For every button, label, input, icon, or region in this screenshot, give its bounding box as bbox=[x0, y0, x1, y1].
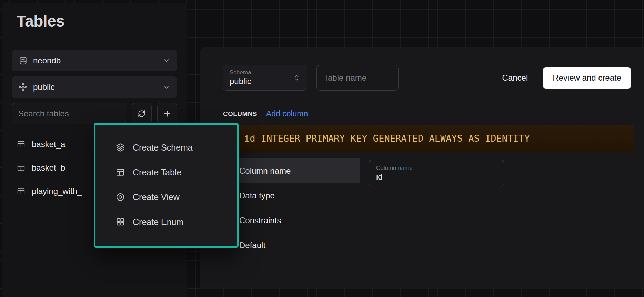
database-select[interactable]: neondb bbox=[12, 50, 177, 71]
schema-select-main-value: public bbox=[230, 76, 251, 86]
sidebar-title: Tables bbox=[2, 3, 187, 30]
menu-item-label: Create Table bbox=[133, 167, 181, 177]
add-table-button[interactable] bbox=[157, 103, 177, 124]
create-menu: Create Schema Create Table Create View C… bbox=[94, 123, 239, 248]
add-column-link[interactable]: Add column bbox=[266, 109, 308, 119]
chevron-updown-icon bbox=[293, 74, 301, 82]
table-name-input-box bbox=[316, 65, 399, 91]
menu-item-label: Create Schema bbox=[133, 143, 193, 153]
table-icon bbox=[115, 167, 125, 177]
search-tables-box bbox=[12, 103, 126, 124]
database-icon bbox=[19, 56, 28, 65]
table-icon bbox=[17, 140, 26, 149]
column-name-field[interactable]: Column name id bbox=[369, 160, 504, 187]
chevron-down-icon bbox=[163, 57, 170, 64]
menu-item-create-schema[interactable]: Create Schema bbox=[95, 135, 237, 160]
column-sql-text: id INTEGER PRIMARY KEY GENERATED ALWAYS … bbox=[244, 133, 530, 144]
menu-item-create-table[interactable]: Create Table bbox=[95, 160, 237, 185]
table-name-input[interactable] bbox=[324, 73, 391, 83]
table-name-label: basket_b bbox=[32, 163, 65, 173]
refresh-button[interactable] bbox=[132, 103, 152, 124]
table-icon bbox=[17, 163, 26, 172]
search-row bbox=[12, 103, 177, 124]
field-tab-column-name[interactable]: Column name bbox=[223, 158, 360, 183]
database-select-value: neondb bbox=[33, 56, 61, 65]
schema-select-sidebar[interactable]: public bbox=[12, 76, 177, 98]
menu-item-label: Create Enum bbox=[133, 217, 183, 227]
field-nav: Column name Data type Constraints Defaul… bbox=[223, 152, 360, 287]
column-name-field-label: Column name bbox=[376, 165, 497, 172]
form-top-row: Schema public Cancel Review and create bbox=[223, 65, 631, 91]
columns-header: COLUMNS bbox=[223, 110, 257, 118]
field-tab-constraints[interactable]: Constraints bbox=[223, 208, 360, 233]
schema-select-main[interactable]: Schema public bbox=[223, 65, 307, 91]
field-tab-data-type[interactable]: Data type bbox=[223, 183, 360, 208]
columns-header-row: COLUMNS Add column bbox=[223, 109, 308, 119]
chevron-down-icon bbox=[163, 83, 170, 91]
table-name-label: playing_with_ bbox=[32, 186, 82, 196]
field-tab-default[interactable]: Default bbox=[223, 233, 360, 258]
review-and-create-button[interactable]: Review and create bbox=[543, 67, 631, 89]
plus-icon bbox=[163, 109, 172, 118]
eye-icon bbox=[115, 192, 125, 202]
search-tables-input[interactable] bbox=[18, 109, 120, 119]
column-editor-body: Column name Data type Constraints Defaul… bbox=[223, 152, 634, 287]
schema-select-value: public bbox=[33, 82, 55, 92]
table-name-label: basket_a bbox=[32, 140, 65, 149]
refresh-icon bbox=[137, 109, 146, 118]
column-sql-row[interactable]: id INTEGER PRIMARY KEY GENERATED ALWAYS … bbox=[223, 125, 634, 152]
cancel-button[interactable]: Cancel bbox=[502, 73, 528, 83]
menu-item-label: Create View bbox=[133, 192, 180, 202]
layers-icon bbox=[115, 143, 125, 152]
grid-icon bbox=[115, 217, 125, 227]
schema-select-label: Schema bbox=[230, 69, 251, 76]
column-name-field-value: id bbox=[376, 172, 497, 182]
create-table-panel: Schema public Cancel Review and create C… bbox=[200, 47, 644, 289]
field-pane: Column name id bbox=[360, 152, 634, 287]
column-editor: id INTEGER PRIMARY KEY GENERATED ALWAYS … bbox=[223, 125, 634, 287]
table-icon bbox=[17, 187, 26, 196]
menu-item-create-view[interactable]: Create View bbox=[95, 185, 237, 209]
schema-icon bbox=[19, 83, 28, 92]
menu-item-create-enum[interactable]: Create Enum bbox=[95, 209, 237, 234]
